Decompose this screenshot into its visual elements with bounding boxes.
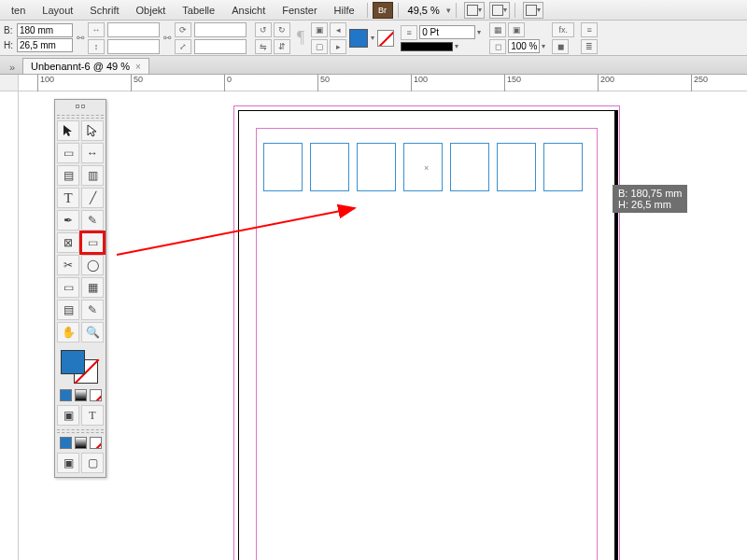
menu-objekt[interactable]: Objekt (129, 2, 174, 19)
default-fill-btn[interactable] (60, 437, 72, 449)
scale-y-btn[interactable]: ↕ (88, 39, 105, 54)
menu-hilfe[interactable]: Hilfe (327, 2, 362, 19)
hand-tool[interactable]: ✋ (57, 322, 79, 343)
content-placer-tool[interactable]: ▥ (81, 165, 104, 186)
page-tool[interactable]: ▭ (57, 143, 79, 163)
shear-field[interactable] (194, 39, 247, 54)
dropdown-arrow-icon[interactable]: ▾ (542, 42, 545, 50)
drop-shadow-btn[interactable]: ◼ (552, 39, 569, 54)
zoom-level-field[interactable]: 49,5 % (403, 3, 444, 18)
flip-h-btn[interactable]: ⇋ (255, 39, 272, 54)
scissors-tool[interactable]: ✂ (57, 255, 79, 275)
tab-expand-icon[interactable]: » (6, 61, 19, 74)
width-input[interactable] (17, 23, 73, 37)
selection-tool[interactable] (57, 120, 79, 141)
screen-mode-button[interactable]: ▾ (489, 2, 510, 19)
scale-y-field[interactable] (107, 39, 160, 54)
rectangle-frame[interactable] (543, 143, 583, 191)
rectangle-frame[interactable] (497, 143, 536, 191)
gap-tool[interactable]: ↔ (81, 143, 104, 163)
arrange-docs-button[interactable]: ▾ (523, 2, 543, 19)
rectangle-frame[interactable] (263, 143, 303, 191)
constrain-proportions-icon[interactable]: ⚯ (76, 23, 85, 53)
dropdown-arrow-icon[interactable]: ▾ (455, 42, 458, 50)
screen-mode-preview[interactable]: ▢ (81, 453, 104, 473)
height-input[interactable] (17, 38, 73, 52)
line-tool[interactable]: ╱ (81, 188, 104, 208)
formatting-affects-text[interactable]: T (81, 405, 104, 426)
pencil-tool[interactable]: ✎ (81, 210, 104, 231)
select-container-btn[interactable]: ▣ (311, 22, 328, 37)
measurement-tooltip: B: 180,75 mm H: 26,5 mm (613, 185, 687, 213)
object-style-btn[interactable]: ≣ (581, 39, 598, 54)
rotate-cw-btn[interactable]: ↻ (274, 22, 290, 37)
rotate-field[interactable] (194, 22, 247, 37)
stroke-weight-input[interactable] (419, 25, 475, 39)
rectangle-frame-tool[interactable]: ⊠ (57, 232, 79, 253)
menu-ansicht[interactable]: Ansicht (224, 2, 273, 19)
eyedropper-tool[interactable]: ✎ (81, 300, 104, 320)
text-wrap-btn[interactable]: ▦ (489, 22, 506, 37)
pen-tool[interactable]: ✒ (57, 210, 79, 231)
type-tool[interactable]: T (57, 188, 79, 208)
menu-layout[interactable]: Layout (35, 2, 80, 19)
link-icon[interactable]: ⚯ (162, 23, 172, 53)
rectangle-frame[interactable] (450, 143, 489, 191)
stroke-none-swatch[interactable] (377, 30, 394, 47)
opacity-input[interactable] (508, 39, 540, 53)
panel-grip-icon[interactable] (57, 102, 104, 111)
select-next-btn[interactable]: ▸ (330, 39, 346, 54)
menu-schrift[interactable]: Schrift (82, 2, 126, 19)
fill-proxy[interactable] (61, 350, 85, 374)
bridge-button[interactable]: Br (373, 2, 393, 19)
apply-none-btn[interactable] (90, 389, 102, 401)
stroke-style-preview[interactable] (401, 42, 453, 51)
effects-button[interactable]: fx. (552, 22, 574, 37)
menu-tabelle[interactable]: Tabelle (175, 2, 222, 19)
free-transform-tool[interactable]: ◯ (81, 255, 104, 275)
note-tool[interactable]: ▤ (57, 300, 79, 320)
select-prev-btn[interactable]: ◂ (330, 22, 346, 37)
fill-stroke-proxy[interactable] (57, 348, 104, 384)
rotate-ccw-btn[interactable]: ↺ (255, 22, 272, 37)
view-mode-normal[interactable]: ▣ (57, 405, 79, 426)
gradient-swatch-tool[interactable]: ▭ (57, 277, 79, 298)
dropdown-arrow-icon[interactable]: ▾ (477, 28, 481, 36)
document-canvas[interactable]: ▭ ↔ ▤ ▥ T ╱ ✒ ✎ ⊠ ▭ ✂ ◯ ▭ ▦ ▤ ✎ (19, 91, 747, 560)
direct-selection-tool[interactable] (81, 120, 104, 141)
document-tab[interactable]: Unbenannt-6 @ 49 % × (22, 58, 149, 74)
shear-btn[interactable]: ⤢ (175, 39, 191, 54)
default-gradient-btn[interactable] (75, 437, 87, 449)
menu-ten[interactable]: ten (4, 2, 33, 19)
rectangle-frame[interactable] (310, 143, 349, 191)
dropdown-arrow-icon[interactable]: ▾ (446, 6, 451, 15)
content-collector-tool[interactable]: ▤ (57, 165, 79, 186)
horizontal-ruler[interactable]: 100 50 0 50 100 150 200 250 (19, 75, 747, 91)
paragraph-style-btn[interactable]: ≡ (581, 22, 598, 37)
scale-x-btn[interactable]: ↔ (88, 22, 105, 37)
vertical-ruler[interactable] (0, 91, 19, 560)
default-none-btn[interactable] (90, 437, 102, 449)
screen-mode-normal[interactable]: ▣ (57, 453, 79, 473)
fill-color-swatch[interactable] (349, 29, 368, 48)
select-content-btn[interactable]: ▢ (311, 39, 328, 54)
apply-gradient-btn[interactable] (75, 389, 87, 401)
gradient-feather-tool[interactable]: ▦ (81, 277, 104, 298)
dropdown-arrow-icon[interactable]: ▾ (371, 34, 374, 42)
rectangle-frame[interactable] (357, 143, 396, 191)
rectangle-tool[interactable]: ▭ (81, 232, 104, 253)
view-options-button[interactable]: ▾ (464, 2, 485, 19)
scale-x-field[interactable] (107, 22, 160, 37)
ruler-origin[interactable] (0, 75, 19, 91)
flip-v-btn[interactable]: ⇵ (274, 39, 290, 54)
rectangle-frame[interactable] (403, 143, 443, 191)
fit-content-btn[interactable]: ▣ (508, 22, 525, 37)
apply-color-btn[interactable] (60, 389, 72, 401)
corner-options-btn[interactable]: ◻ (489, 39, 506, 54)
menu-fenster[interactable]: Fenster (275, 2, 324, 19)
rotate-btn[interactable]: ⟳ (175, 22, 191, 37)
zoom-tool[interactable]: 🔍 (81, 322, 104, 343)
tooltip-width: B: 180,75 mm (618, 188, 682, 199)
document-page[interactable]: × (238, 110, 615, 560)
close-tab-icon[interactable]: × (135, 62, 141, 72)
